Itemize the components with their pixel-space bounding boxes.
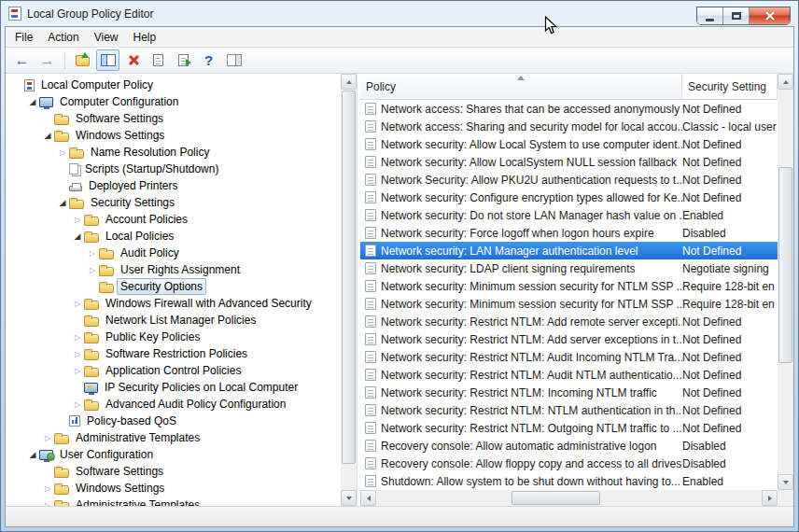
policy-row[interactable]: Network security: Do not store LAN Manag…: [360, 206, 778, 224]
tree-item-user-rights-assignment[interactable]: User Rights Assignment: [8, 261, 341, 278]
list-scroll-thumb[interactable]: [778, 167, 792, 363]
up-one-level-button[interactable]: [71, 49, 94, 71]
tree-item-software-settings[interactable]: Software Settings: [8, 110, 341, 127]
tree-item-policy-based-qos[interactable]: Policy-based QoS: [8, 413, 341, 429]
tree-item-local-computer-policy[interactable]: Local Computer Policy: [8, 77, 341, 93]
expander-expanded-icon[interactable]: [26, 446, 39, 463]
tree-item-windows-firewall-with-advanced-security[interactable]: Windows Firewall with Advanced Security: [8, 295, 341, 312]
expander-collapsed-icon[interactable]: [71, 295, 84, 312]
tree-item-advanced-audit-policy-configuration[interactable]: Advanced Audit Policy Configuration: [8, 396, 341, 413]
menu-help[interactable]: Help: [126, 27, 164, 47]
tree-scroll-up-button[interactable]: [341, 74, 357, 90]
app-icon[interactable]: [8, 7, 21, 21]
tree-item-software-restriction-policies[interactable]: Software Restriction Policies: [8, 345, 341, 362]
expander-collapsed-icon[interactable]: [41, 480, 54, 497]
policy-row[interactable]: Network Security: Allow PKU2U authentica…: [360, 171, 778, 189]
expander-expanded-icon[interactable]: [56, 194, 69, 211]
list-scroll-down-button[interactable]: [778, 474, 793, 490]
policy-row[interactable]: Network security: Configure encryption t…: [360, 189, 778, 206]
policy-row[interactable]: Network security: Restrict NTLM: Outgoin…: [360, 419, 778, 437]
tree-scroll-thumb[interactable]: [342, 91, 356, 464]
menu-action[interactable]: Action: [40, 27, 86, 47]
show-action-pane-button[interactable]: [222, 49, 245, 71]
export-list-button[interactable]: [172, 49, 195, 71]
tree-item-software-settings[interactable]: Software Settings: [8, 463, 341, 480]
expander-collapsed-icon[interactable]: [71, 329, 84, 345]
policy-row[interactable]: Recovery console: Allow floppy copy and …: [360, 455, 778, 472]
expander-collapsed-icon[interactable]: [41, 497, 54, 506]
minimize-button[interactable]: [697, 7, 723, 24]
tree-item-network-list-manager-policies[interactable]: Network List Manager Policies: [8, 312, 341, 329]
policy-row[interactable]: Network security: Force logoff when logo…: [360, 224, 778, 242]
column-header-policy[interactable]: Policy: [360, 74, 682, 99]
list-scroll-up-button[interactable]: [778, 74, 793, 90]
policy-row[interactable]: Network access: Shares that can be acces…: [360, 100, 778, 118]
list-scroll-right-button[interactable]: [762, 490, 778, 506]
expander-collapsed-icon[interactable]: [71, 345, 84, 362]
tree-item-audit-policy[interactable]: Audit Policy: [8, 245, 341, 261]
tree-item-public-key-policies[interactable]: Public Key Policies: [8, 329, 341, 345]
policy-row[interactable]: Network security: Restrict NTLM: Add ser…: [360, 330, 778, 348]
help-button[interactable]: [197, 49, 220, 71]
policy-row[interactable]: Network security: Restrict NTLM: Add rem…: [360, 313, 778, 330]
policy-row[interactable]: Network security: Restrict NTLM: NTLM au…: [360, 401, 778, 419]
tree-item-windows-settings[interactable]: Windows Settings: [8, 480, 341, 497]
menu-view[interactable]: View: [87, 27, 126, 47]
tree-item-application-control-policies[interactable]: Application Control Policies: [8, 362, 341, 379]
column-header-security-setting[interactable]: Security Setting: [682, 74, 778, 99]
policy-row[interactable]: Network security: LDAP client signing re…: [360, 259, 778, 277]
expander-collapsed-icon[interactable]: [86, 261, 99, 278]
policy-row[interactable]: Network security: Allow LocalSystem NULL…: [360, 153, 778, 171]
tree-item-security-options[interactable]: Security Options: [8, 278, 341, 295]
tree-item-name-resolution-policy[interactable]: Name Resolution Policy: [8, 144, 341, 161]
expander-collapsed-icon[interactable]: [71, 211, 84, 228]
folder-icon: [84, 401, 99, 411]
tree-item-local-policies[interactable]: Local Policies: [8, 228, 341, 245]
list-scroll-left-button[interactable]: [360, 490, 376, 506]
policy-row[interactable]: Network security: Minimum session securi…: [360, 277, 778, 295]
policy-row[interactable]: Network security: Restrict NTLM: Incomin…: [360, 384, 778, 401]
tree-item-user-configuration[interactable]: User Configuration: [8, 446, 341, 463]
security-setting-value: Not Defined: [682, 138, 778, 151]
tree-item-label: Public Key Policies: [102, 329, 203, 345]
properties-button[interactable]: [147, 49, 170, 71]
expander-expanded-icon[interactable]: [41, 127, 54, 144]
forward-button[interactable]: [35, 49, 59, 71]
show-console-tree-button[interactable]: [96, 49, 119, 71]
tree-item-ip-security-policies-on-local-computer[interactable]: IP Security Policies on Local Computer: [8, 379, 341, 396]
expander-collapsed-icon[interactable]: [71, 362, 84, 379]
policy-row[interactable]: Network security: Restrict NTLM: Audit I…: [360, 348, 778, 366]
tree-scroll-down-button[interactable]: [341, 490, 357, 506]
tree-item-scripts-startup-shutdown[interactable]: Scripts (Startup/Shutdown): [8, 161, 341, 177]
tree-item-security-settings[interactable]: Security Settings: [8, 194, 341, 211]
tree-item-account-policies[interactable]: Account Policies: [8, 211, 341, 228]
list-hscroll-thumb[interactable]: [512, 491, 600, 505]
back-button[interactable]: [10, 49, 34, 71]
tree-item-administrative-templates[interactable]: Administrative Templates: [8, 429, 341, 446]
expander-collapsed-icon[interactable]: [86, 245, 99, 261]
tree-item-deployed-printers[interactable]: Deployed Printers: [8, 177, 341, 194]
policy-row[interactable]: Shutdown: Allow system to be shut down w…: [360, 472, 778, 490]
expander-collapsed-icon[interactable]: [56, 144, 69, 161]
policy-row[interactable]: Network security: Allow Local System to …: [360, 135, 778, 153]
policy-cell: Network security: Restrict NTLM: Audit I…: [360, 351, 682, 364]
expander-collapsed-icon[interactable]: [71, 396, 84, 413]
policy-row[interactable]: Network security: Restrict NTLM: Audit N…: [360, 366, 778, 384]
expander-expanded-icon[interactable]: [71, 228, 84, 245]
folder-icon: [84, 233, 99, 243]
policy-row[interactable]: Network security: LAN Manager authentica…: [360, 242, 778, 259]
tree-item-administrative-templates[interactable]: Administrative Templates: [8, 497, 341, 506]
menu-file[interactable]: File: [7, 27, 40, 47]
expander-collapsed-icon[interactable]: [41, 429, 54, 446]
maximize-button[interactable]: [723, 7, 750, 24]
policy-row[interactable]: Network security: Minimum session securi…: [360, 295, 778, 313]
close-button[interactable]: [750, 7, 790, 24]
policy-cell: Network security: Minimum session securi…: [360, 280, 682, 293]
policy-row[interactable]: Recovery console: Allow automatic admini…: [360, 437, 778, 455]
expander-expanded-icon[interactable]: [26, 93, 39, 110]
tree-item-windows-settings[interactable]: Windows Settings: [8, 127, 341, 144]
tree-item-computer-configuration[interactable]: Computer Configuration: [8, 93, 341, 110]
titlebar[interactable]: Local Group Policy Editor: [1, 1, 798, 26]
delete-button[interactable]: [121, 49, 145, 71]
policy-row[interactable]: Network access: Sharing and security mod…: [360, 118, 778, 135]
